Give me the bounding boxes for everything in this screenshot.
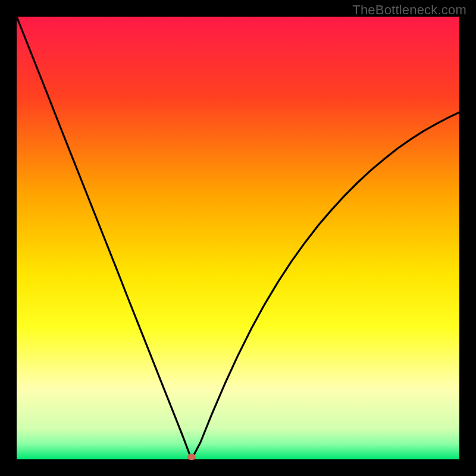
optimal-point-marker	[187, 454, 196, 460]
bottleneck-curve	[17, 17, 459, 459]
chart-frame: TheBottleneck.com	[0, 0, 476, 476]
watermark-text: TheBottleneck.com	[352, 2, 466, 18]
plot-area	[17, 17, 459, 459]
